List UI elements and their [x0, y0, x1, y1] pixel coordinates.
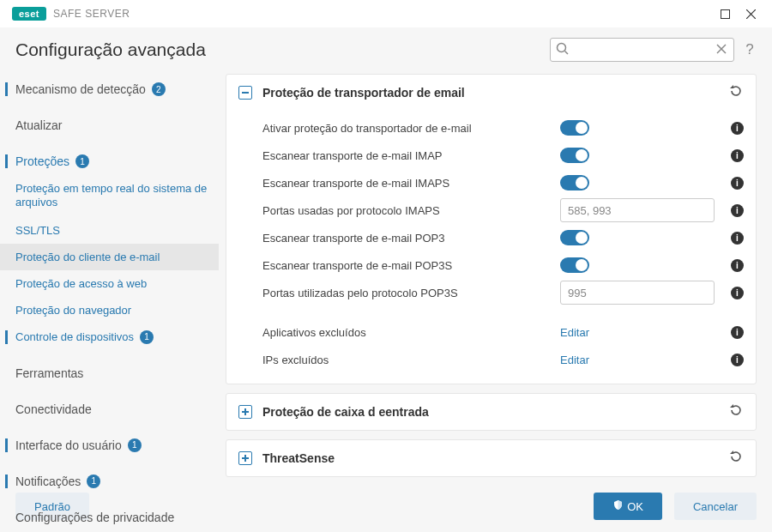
info-icon[interactable]: i	[731, 287, 744, 299]
sidebar-item-label: Proteções	[15, 154, 69, 168]
setting-row: Escanear transporte de e-mail IMAPS i	[262, 169, 744, 196]
sidebar-item-realtime-fs[interactable]: Proteção em tempo real do sistema de arq…	[0, 175, 219, 217]
info-icon[interactable]: i	[731, 122, 744, 135]
sidebar-item-label: Interface do usuário	[15, 438, 122, 452]
ok-label: OK	[627, 500, 643, 513]
setting-label: IPs excluídos	[262, 354, 560, 366]
info-icon[interactable]: i	[731, 354, 744, 366]
info-icon[interactable]: i	[731, 177, 744, 190]
panel-title: Proteção de caixa d eentrada	[262, 405, 728, 419]
setting-row: IPs excluídos Editar i	[262, 346, 744, 373]
setting-row: Escanear transporte de e-mail POP3S i	[262, 251, 744, 279]
sidebar-item-update[interactable]: Atualizar	[0, 112, 219, 139]
search-input[interactable]	[550, 38, 734, 62]
setting-label: Escanear transporte de e-mail IMAP	[262, 149, 560, 162]
sidebar-item-web-access[interactable]: Proteção de acesso à web	[0, 270, 219, 297]
brand-logo: eset	[12, 7, 46, 21]
info-icon[interactable]: i	[731, 326, 744, 339]
window-maximize-button[interactable]	[712, 3, 738, 24]
badge: 2	[152, 82, 166, 96]
sidebar-item-ssl-tls[interactable]: SSL/TLS	[0, 217, 219, 244]
search-icon	[556, 42, 570, 59]
toggle-scan-pop3[interactable]	[560, 230, 589, 245]
toggle-scan-pop3s[interactable]	[560, 257, 589, 273]
badge: 1	[87, 475, 100, 488]
setting-label: Aplicativos excluídos	[262, 326, 560, 339]
panel-title: ThreatSense	[262, 451, 728, 465]
setting-label: Escanear transporte de e-mail POP3	[262, 232, 560, 245]
clear-search-icon[interactable]	[715, 42, 728, 59]
setting-label: Escanear transporte de e-mail IMAPS	[262, 177, 560, 190]
svg-point-3	[558, 44, 566, 52]
edit-excluded-apps-link[interactable]: Editar	[560, 326, 589, 339]
setting-row: Escanear transporte de e-mail POP3 i	[262, 224, 744, 251]
badge: 1	[140, 330, 154, 344]
sidebar-item-label: Notificações	[15, 475, 81, 488]
panel-email-transport-protection: Proteção de transportador de email Ativa…	[226, 74, 757, 384]
setting-row: Escanear transporte de e-mail IMAP i	[262, 142, 744, 169]
sidebar-item-label: SSL/TLS	[15, 224, 60, 237]
panel-threatsense: ThreatSense	[226, 439, 757, 477]
page-title: Configuração avançada	[0, 39, 219, 76]
toggle-scan-imaps[interactable]	[560, 175, 589, 190]
title-bar: eset SAFE SERVER	[0, 0, 772, 27]
main-area: ? Proteção de transportador de email Ati…	[219, 27, 772, 481]
info-icon[interactable]: i	[731, 149, 744, 162]
sidebar-item-email-client[interactable]: Proteção do cliente de e-mail	[0, 244, 219, 270]
sidebar-item-tools[interactable]: Ferramentas	[0, 360, 219, 387]
expand-icon[interactable]	[238, 405, 252, 419]
toggle-scan-imap[interactable]	[560, 148, 589, 163]
collapse-icon[interactable]	[238, 86, 252, 100]
badge: 1	[75, 154, 89, 168]
sidebar-item-label: Controle de dispositivos	[15, 330, 134, 343]
edit-excluded-ips-link[interactable]: Editar	[560, 354, 589, 366]
sidebar-item-detection-engine[interactable]: Mecanismo de detecção 2	[0, 76, 219, 103]
sidebar: Configuração avançada Mecanismo de detec…	[0, 27, 219, 481]
sidebar-item-label: Configurações de privacidade	[15, 511, 174, 524]
pop3s-ports-input[interactable]	[560, 281, 715, 305]
sidebar-item-device-control[interactable]: Controle de dispositivos 1	[0, 323, 219, 351]
toggle-enable-email-transport[interactable]	[560, 120, 589, 136]
revert-icon[interactable]	[728, 402, 744, 421]
sidebar-item-label: Conectividade	[15, 402, 92, 416]
svg-rect-7	[242, 92, 249, 94]
setting-label: Ativar proteção do transportador de e-ma…	[262, 122, 560, 135]
sidebar-item-label: Ferramentas	[15, 366, 83, 380]
imaps-ports-input[interactable]	[560, 198, 715, 222]
ok-button[interactable]: OK	[594, 493, 662, 520]
setting-row: Aplicativos excluídos Editar i	[262, 318, 744, 346]
revert-icon[interactable]	[728, 83, 744, 102]
setting-label: Portas usadas por protocolo IMAPS	[262, 204, 560, 217]
panel-inbox-protection: Proteção de caixa d eentrada	[226, 393, 757, 431]
sidebar-item-label: Proteção do navegador	[15, 304, 131, 317]
svg-rect-9	[244, 408, 246, 415]
app-name: SAFE SERVER	[53, 8, 130, 20]
help-button[interactable]: ?	[743, 41, 757, 58]
sidebar-item-label: Proteção do cliente de e-mail	[15, 251, 160, 263]
setting-label: Escanear transporte de e-mail POP3S	[262, 259, 560, 272]
sidebar-item-privacy-settings[interactable]: Configurações de privacidade	[0, 504, 219, 531]
setting-row: Ativar proteção do transportador de e-ma…	[262, 114, 744, 142]
window-close-button[interactable]	[738, 3, 763, 24]
cancel-button[interactable]: Cancelar	[674, 493, 757, 520]
info-icon[interactable]: i	[731, 259, 744, 272]
sidebar-item-label: Mecanismo de detecção	[15, 82, 146, 96]
sidebar-item-browser[interactable]: Proteção do navegador	[0, 297, 219, 323]
info-icon[interactable]: i	[731, 204, 744, 217]
shield-icon	[612, 499, 624, 513]
sidebar-item-label: Atualizar	[15, 118, 62, 132]
setting-row: Portas usadas por protocolo IMAPS i	[262, 196, 744, 224]
sidebar-item-protections[interactable]: Proteções 1	[0, 148, 219, 175]
sidebar-item-user-interface[interactable]: Interface do usuário 1	[0, 432, 219, 459]
sidebar-item-connectivity[interactable]: Conectividade	[0, 396, 219, 423]
sidebar-item-label: Proteção de acesso à web	[15, 277, 147, 290]
expand-icon[interactable]	[238, 451, 252, 465]
setting-label: Portas utilizadas pelo protocolo POP3S	[262, 287, 560, 299]
sidebar-item-notifications[interactable]: Notificações 1	[0, 468, 219, 495]
svg-rect-11	[244, 455, 246, 462]
svg-rect-0	[721, 9, 729, 18]
sidebar-item-label: Proteção em tempo real do sistema de arq…	[15, 182, 208, 210]
setting-row: Portas utilizadas pelo protocolo POP3S i	[262, 279, 744, 306]
info-icon[interactable]: i	[731, 232, 744, 245]
revert-icon[interactable]	[728, 449, 744, 468]
